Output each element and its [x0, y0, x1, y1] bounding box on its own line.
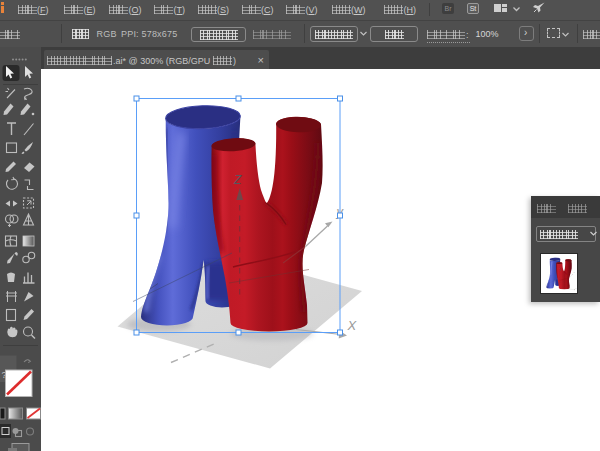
- svg-text:X: X: [347, 318, 358, 333]
- svg-text:Z: Z: [233, 173, 242, 187]
